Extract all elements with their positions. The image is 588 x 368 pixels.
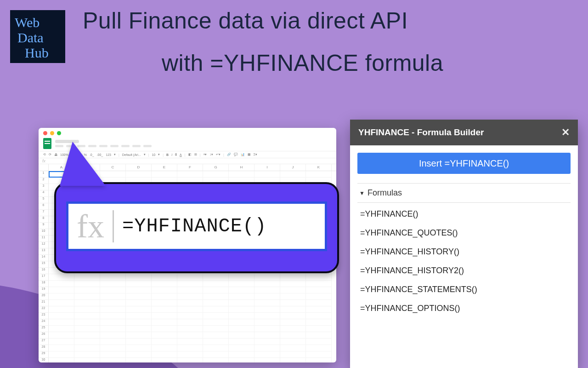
cell[interactable] <box>280 332 306 339</box>
cell[interactable] <box>203 281 229 287</box>
cell[interactable] <box>100 358 126 362</box>
cell[interactable] <box>306 313 332 319</box>
row-header[interactable]: 12 <box>39 242 49 248</box>
cell[interactable] <box>74 339 100 345</box>
cell[interactable] <box>152 287 177 293</box>
row-header[interactable]: 17 <box>39 274 49 281</box>
cell[interactable] <box>203 293 229 300</box>
row-header[interactable]: 29 <box>39 351 49 358</box>
cell[interactable] <box>177 287 203 293</box>
cell[interactable] <box>203 319 229 326</box>
cell[interactable] <box>126 306 152 313</box>
cell[interactable] <box>74 287 100 293</box>
row-header[interactable]: 19 <box>39 287 49 293</box>
cell[interactable] <box>280 287 306 293</box>
cell[interactable] <box>100 274 126 281</box>
cell[interactable] <box>229 281 254 287</box>
cell[interactable] <box>152 300 177 306</box>
cell[interactable] <box>254 293 280 300</box>
cell[interactable] <box>152 293 177 300</box>
cell[interactable] <box>100 281 126 287</box>
row-header[interactable]: 22 <box>39 306 49 313</box>
cell[interactable] <box>49 306 74 313</box>
cell[interactable] <box>177 326 203 332</box>
cell[interactable] <box>254 345 280 351</box>
cell[interactable] <box>280 358 306 362</box>
cell[interactable] <box>229 287 254 293</box>
row-header[interactable]: 21 <box>39 300 49 306</box>
cell[interactable] <box>280 274 306 281</box>
cell[interactable] <box>100 287 126 293</box>
cell[interactable] <box>49 332 74 339</box>
cell[interactable] <box>203 351 229 358</box>
cell[interactable] <box>49 281 74 287</box>
row-header[interactable]: 7 <box>39 210 49 216</box>
cell[interactable] <box>254 351 280 358</box>
cell[interactable] <box>126 300 152 306</box>
row-header[interactable]: 25 <box>39 326 49 332</box>
row-header[interactable]: 3 <box>39 184 49 190</box>
cell[interactable] <box>254 287 280 293</box>
cell[interactable] <box>152 306 177 313</box>
formula-list-item[interactable]: =YHFINANCE_HISTORY() <box>358 242 570 261</box>
cell[interactable] <box>177 293 203 300</box>
cell[interactable] <box>49 358 74 362</box>
cell[interactable] <box>306 306 332 313</box>
cell[interactable] <box>152 339 177 345</box>
cell[interactable] <box>229 313 254 319</box>
cell[interactable] <box>177 306 203 313</box>
row-header[interactable]: 30 <box>39 358 49 362</box>
cell[interactable] <box>126 319 152 326</box>
cell[interactable] <box>229 351 254 358</box>
row-header[interactable]: 24 <box>39 319 49 326</box>
cell[interactable] <box>280 351 306 358</box>
cell[interactable] <box>177 345 203 351</box>
cell[interactable] <box>177 351 203 358</box>
cell[interactable] <box>100 319 126 326</box>
row-header[interactable]: 6 <box>39 203 49 210</box>
cell[interactable] <box>306 281 332 287</box>
cell[interactable] <box>306 345 332 351</box>
insert-formula-button[interactable]: Insert =YHFINANCE() <box>357 153 571 174</box>
cell[interactable] <box>100 306 126 313</box>
cell[interactable] <box>229 306 254 313</box>
cell[interactable] <box>74 326 100 332</box>
cell[interactable] <box>280 326 306 332</box>
cell[interactable] <box>280 345 306 351</box>
formula-list-item[interactable]: =YHFINANCE_STATEMENTS() <box>358 280 570 299</box>
cell[interactable] <box>254 332 280 339</box>
cell[interactable] <box>126 339 152 345</box>
cell[interactable] <box>177 319 203 326</box>
cell[interactable] <box>254 339 280 345</box>
formula-list-item[interactable]: =YHFINANCE_QUOTES() <box>358 224 570 242</box>
cell[interactable] <box>100 326 126 332</box>
cell[interactable] <box>306 319 332 326</box>
cell[interactable] <box>49 300 74 306</box>
cell[interactable] <box>126 293 152 300</box>
cell[interactable] <box>280 293 306 300</box>
cell[interactable] <box>203 306 229 313</box>
cell[interactable] <box>74 313 100 319</box>
cell[interactable] <box>254 313 280 319</box>
row-header[interactable]: 8 <box>39 216 49 223</box>
cell[interactable] <box>74 293 100 300</box>
cell[interactable] <box>203 332 229 339</box>
cell[interactable] <box>49 293 74 300</box>
cell[interactable] <box>126 358 152 362</box>
cell[interactable] <box>177 358 203 362</box>
row-header[interactable]: 11 <box>39 236 49 242</box>
cell[interactable] <box>74 358 100 362</box>
cell[interactable] <box>126 351 152 358</box>
row-header[interactable]: 4 <box>39 190 49 197</box>
cell[interactable] <box>49 319 74 326</box>
cell[interactable] <box>177 281 203 287</box>
cell[interactable] <box>306 293 332 300</box>
cell[interactable] <box>203 339 229 345</box>
row-header[interactable]: 20 <box>39 293 49 300</box>
row-header[interactable]: 18 <box>39 281 49 287</box>
cell[interactable] <box>229 358 254 362</box>
cell[interactable] <box>306 351 332 358</box>
cell[interactable] <box>254 274 280 281</box>
cell[interactable] <box>49 274 74 281</box>
cell[interactable] <box>280 300 306 306</box>
